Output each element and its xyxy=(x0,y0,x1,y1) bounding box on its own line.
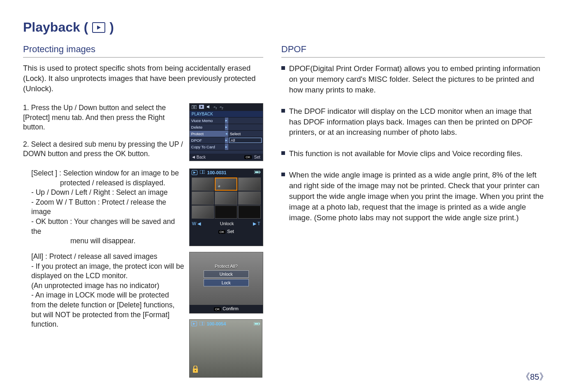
select-sub-3b: menu will disappear. xyxy=(23,236,184,246)
thumbnail[interactable] xyxy=(192,178,214,191)
svg-marker-0 xyxy=(97,25,101,30)
triangle-left-icon: ◀ xyxy=(197,221,201,226)
section-heading-protecting: Protecting images xyxy=(23,44,263,58)
thumbnail[interactable] xyxy=(238,191,261,205)
setup2-icon: 𝄐₂ xyxy=(219,105,223,110)
thumbnail[interactable] xyxy=(215,191,237,205)
svg-rect-7 xyxy=(200,170,203,174)
all-line: [All] : Protect / release all saved imag… xyxy=(23,252,184,262)
svg-marker-12 xyxy=(193,323,195,325)
unlock-label: Unlock xyxy=(220,221,234,226)
svg-rect-10 xyxy=(255,171,259,173)
menu-item-protect[interactable]: Protect xyxy=(190,131,225,137)
intro-text: This is used to protect specific shots f… xyxy=(23,63,263,94)
setup1-icon: 𝄐₁ xyxy=(213,105,217,110)
bullet-icon xyxy=(281,109,285,113)
battery-icon xyxy=(254,170,261,175)
lock-icon xyxy=(192,366,199,375)
ok-key-icon: OK xyxy=(244,155,252,159)
speaker-icon xyxy=(206,105,211,110)
foot-back-label: Back xyxy=(197,155,206,159)
mic-icon: 🎤 xyxy=(216,185,220,189)
bullet-icon xyxy=(281,66,285,70)
bullet-3: This function is not available for Movie… xyxy=(289,148,523,159)
image-number: 100-0031 xyxy=(207,170,227,175)
bullet-4: When the wide angle image is printed as … xyxy=(289,170,545,223)
bullet-1: DPOF(Digital Print Order Format) allows … xyxy=(289,63,545,95)
set-label: Set xyxy=(227,229,234,234)
ok-key-icon: OK xyxy=(218,230,226,234)
svg-rect-1 xyxy=(192,106,197,109)
menu-item-copy[interactable]: Copy To Card xyxy=(190,144,225,150)
ok-key-icon: OK xyxy=(214,307,221,311)
chevron-right-icon: ▸ xyxy=(225,137,228,143)
all-sub-1b: (An unprotected image has no indicator) xyxy=(23,281,184,291)
chevron-right-icon: ▸ xyxy=(225,124,228,130)
thumbnail[interactable] xyxy=(238,178,261,191)
svg-rect-8 xyxy=(203,170,205,174)
triangle-left-icon: ◀ xyxy=(192,155,195,159)
svg-rect-17 xyxy=(259,323,260,325)
protect-all-screenshot: Protect All? Unlock Lock OKConfirm xyxy=(189,252,263,314)
svg-rect-14 xyxy=(202,322,204,325)
triangle-right-icon: ▶ xyxy=(253,221,256,226)
image-number: 100-0054 xyxy=(207,321,226,326)
camera-menu-screenshot: 𝄐₁ 𝄐₂ PLAYBACK Viuce Memo▸ Delete▸ Prote… xyxy=(189,103,263,161)
play-mode-icon xyxy=(192,170,197,175)
menu-item-delete[interactable]: Delete xyxy=(190,124,225,130)
select-sub-3: - OK button : Your changes will be saved… xyxy=(23,217,184,236)
all-sub-1: - If you protect an image, the protect i… xyxy=(23,262,184,281)
bullet-icon xyxy=(281,151,285,155)
play-mode-icon xyxy=(191,321,197,326)
all-sub-2: - An image in LOCK mode will be protecte… xyxy=(23,291,184,330)
select-line-2: protected / released is displayed. xyxy=(23,178,184,188)
zoom-t-label[interactable]: ▶T xyxy=(253,221,260,226)
svg-point-19 xyxy=(195,370,196,371)
menu-item-voice-memo[interactable]: Viuce Memo xyxy=(190,118,225,124)
svg-point-2 xyxy=(193,106,195,108)
thumbnail-empty xyxy=(238,205,261,219)
thumbnail-select-screenshot: 100-0031 🎤 W◀ xyxy=(189,168,263,246)
confirm-label: Confirm xyxy=(223,306,239,311)
title-text: Playback ( xyxy=(23,20,88,35)
section-heading-dpof: DPOF xyxy=(281,44,545,58)
svg-marker-5 xyxy=(207,105,209,108)
menu-option-select[interactable]: Select xyxy=(228,131,263,137)
select-sub-2: - Zoom W / T Button : Protect / release … xyxy=(23,198,184,217)
foot-set-label: Set xyxy=(254,155,260,159)
camera-icon xyxy=(192,105,197,110)
step-1: 1. Press the Up / Down button and select… xyxy=(23,103,184,132)
chevron-right-icon: ▸ xyxy=(225,144,228,150)
page-title: Playback ( ) xyxy=(23,20,545,35)
angle-left-icon: 《 xyxy=(521,371,530,383)
page-number: 《85》 xyxy=(521,371,548,383)
battery-icon xyxy=(254,321,260,326)
step-2: 2. Select a desired sub menu by pressing… xyxy=(23,140,184,159)
menu-option-all[interactable]: All xyxy=(229,138,262,143)
thumbnail-selected[interactable]: 🎤 xyxy=(215,178,237,191)
menu-header: PLAYBACK xyxy=(190,111,263,117)
menu-item-dpof[interactable]: DPOF xyxy=(190,137,225,143)
svg-rect-11 xyxy=(260,171,260,173)
svg-rect-16 xyxy=(255,323,258,325)
thumbnail-empty xyxy=(215,205,237,219)
angle-right-icon: 》 xyxy=(539,371,548,383)
svg-rect-13 xyxy=(199,322,202,325)
dialog-option-unlock[interactable]: Unlock xyxy=(204,270,249,278)
bullet-icon xyxy=(281,173,285,176)
chevron-left-icon: ◂ xyxy=(225,131,228,137)
zoom-w-label[interactable]: W◀ xyxy=(192,221,201,226)
dialog-title: Protect All? xyxy=(204,264,249,269)
folder-icon xyxy=(200,170,205,175)
select-sub-1: - Up / Down / Left / Right : Select an i… xyxy=(23,188,184,198)
play-mode-icon xyxy=(92,22,105,33)
chevron-right-icon: ▸ xyxy=(225,118,228,124)
select-line-1: [Select ] : Selection window for an imag… xyxy=(23,168,184,178)
folder-icon xyxy=(199,321,204,326)
thumbnail[interactable] xyxy=(192,205,214,219)
title-end: ) xyxy=(109,20,114,35)
dialog-option-lock[interactable]: Lock xyxy=(204,279,249,286)
bullet-2: The DPOF indicator will display on the L… xyxy=(289,106,545,138)
locked-image-screenshot: 100-0054 xyxy=(189,319,262,378)
thumbnail[interactable] xyxy=(192,191,214,205)
